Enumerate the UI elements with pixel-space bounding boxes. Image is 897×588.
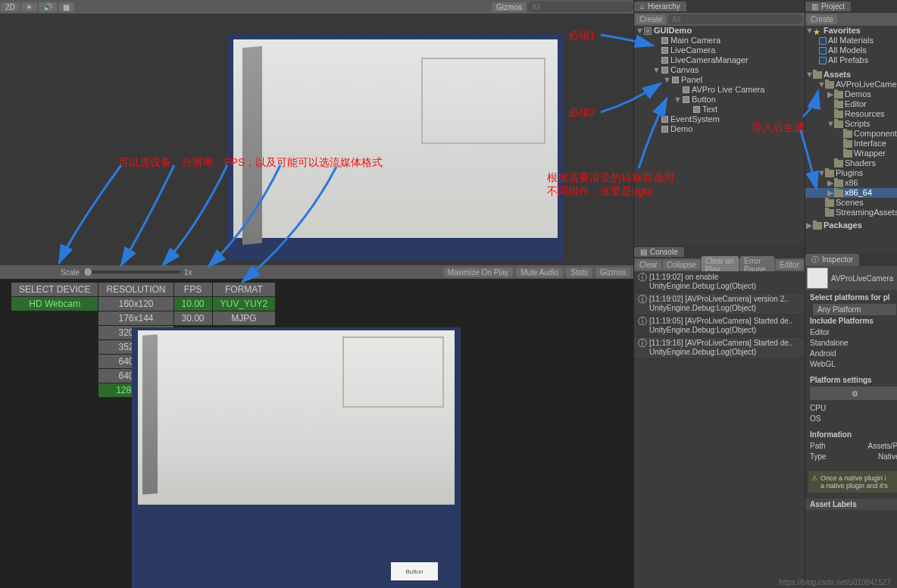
hierarchy-item[interactable]: ▼Canvas bbox=[634, 65, 805, 75]
project-create-button[interactable]: Create bbox=[807, 14, 837, 24]
project-item[interactable]: ▶Demos bbox=[805, 89, 897, 99]
hierarchy-item[interactable]: LiveCameraManager bbox=[634, 55, 805, 65]
project-item[interactable]: ▶x86_64 bbox=[805, 188, 897, 198]
hierarchy-tree[interactable]: ▼GUIDemoMain CameraLiveCameraLiveCameraM… bbox=[634, 26, 805, 246]
platform-row[interactable]: Editor bbox=[810, 327, 897, 338]
project-tree[interactable]: ▼★FavoritesAll MaterialsAll ModelsAll Pr… bbox=[805, 26, 897, 253]
scale-slider[interactable] bbox=[83, 271, 181, 274]
inspector-tab[interactable]: ⓘInspector bbox=[805, 254, 859, 266]
cfg-header: SELECT DEVICE bbox=[11, 283, 98, 296]
project-fav-item[interactable]: All Prefabs bbox=[805, 55, 897, 65]
any-platform-row[interactable]: Any Platform bbox=[813, 304, 896, 315]
hierarchy-item[interactable]: Text bbox=[634, 105, 805, 114]
scene-search-input[interactable] bbox=[527, 2, 633, 12]
console-log-row[interactable]: ⓘ[11:19:02] on enable UnityEngine.Debug:… bbox=[634, 271, 805, 293]
platform-settings-title: Platform settings bbox=[810, 376, 897, 384]
cfg-header: FPS bbox=[174, 283, 212, 296]
cfg-device-selected[interactable]: HD Webcam bbox=[11, 297, 98, 311]
light-icon[interactable]: ☀ bbox=[21, 2, 37, 12]
project-toolbar: Create bbox=[805, 13, 897, 26]
mute-button[interactable]: Mute Audio bbox=[516, 267, 563, 277]
game-gizmos-button[interactable]: Gizmos bbox=[595, 267, 630, 277]
game-view[interactable]: SELECT DEVICERESOLUTIONFPSFORMATHD Webca… bbox=[0, 279, 633, 588]
cfg-fps[interactable]: 30.00 bbox=[174, 311, 212, 325]
project-item[interactable]: Interface bbox=[805, 139, 897, 149]
game-canvas: Button bbox=[132, 327, 461, 588]
native-plugin-warning: ⚠ Once a native plugin i a native plugin… bbox=[808, 471, 897, 493]
console-log-row[interactable]: ⓘ[11:19:05] [AVProLiveCamera] Started de… bbox=[634, 315, 805, 337]
project-item[interactable]: StreamingAssets bbox=[805, 208, 897, 217]
fx-icon[interactable]: ▦ bbox=[58, 2, 74, 12]
console-log-list[interactable]: ⓘ[11:19:02] on enable UnityEngine.Debug:… bbox=[634, 271, 805, 588]
asset-labels-header[interactable]: Asset Labels bbox=[805, 499, 897, 510]
hierarchy-scene-row[interactable]: ▼GUIDemo bbox=[634, 26, 805, 36]
hierarchy-item[interactable]: EventSystem bbox=[634, 114, 805, 124]
hierarchy-item[interactable]: ▼Button bbox=[634, 95, 805, 105]
project-fav-item[interactable]: All Materials bbox=[805, 36, 897, 45]
project-item[interactable]: Editor bbox=[805, 99, 897, 109]
platform-row[interactable]: WebGL bbox=[810, 359, 897, 370]
scale-value: 1x bbox=[184, 268, 192, 277]
console-collapse-button[interactable]: Collapse bbox=[663, 260, 700, 270]
project-assets[interactable]: ▼Assets bbox=[805, 70, 897, 80]
console-tab[interactable]: ▤Console bbox=[634, 247, 684, 257]
platform-row[interactable]: Android bbox=[810, 349, 897, 359]
project-item[interactable]: Components bbox=[805, 129, 897, 139]
project-item[interactable]: Wrapper bbox=[805, 149, 897, 158]
cpu-label: CPU bbox=[810, 403, 826, 414]
scene-video-preview bbox=[233, 39, 558, 238]
path-value: Assets/Pl bbox=[868, 441, 897, 452]
stats-button[interactable]: Stats bbox=[566, 267, 592, 277]
type-value: Native bbox=[878, 452, 897, 462]
project-item[interactable]: Scenes bbox=[805, 198, 897, 208]
project-fav-item[interactable]: All Models bbox=[805, 45, 897, 55]
game-video-preview bbox=[138, 330, 455, 505]
info-icon: ⓘ bbox=[636, 295, 649, 304]
cfg-header: FORMAT bbox=[213, 283, 276, 296]
console-log-row[interactable]: ⓘ[11:19:02] [AVProLiveCamera] version 2.… bbox=[634, 293, 805, 315]
project-item[interactable]: ▶x86 bbox=[805, 178, 897, 188]
project-packages[interactable]: ▶Packages bbox=[805, 220, 897, 230]
hierarchy-item[interactable]: AVPro Live Camera bbox=[634, 85, 805, 95]
project-item[interactable]: ▼AVProLiveCamera bbox=[805, 80, 897, 89]
platform-settings-icon[interactable]: ⚙ bbox=[810, 386, 897, 400]
type-key: Type bbox=[810, 452, 827, 462]
scene-canvas bbox=[227, 33, 564, 261]
audio-icon[interactable]: 🔊 bbox=[39, 2, 57, 12]
cfg-resolution[interactable]: 160x120 bbox=[98, 297, 173, 311]
cfg-resolution[interactable]: 176x144 bbox=[98, 311, 173, 325]
maximize-button[interactable]: Maximize On Play bbox=[443, 267, 514, 277]
info-icon: ⓘ bbox=[636, 273, 649, 282]
os-label: OS bbox=[810, 414, 820, 424]
cfg-format[interactable]: YUV_YUY2 bbox=[213, 297, 276, 311]
gizmos-dropdown[interactable]: Gizmos bbox=[492, 2, 527, 12]
hierarchy-create-button[interactable]: Create bbox=[636, 14, 666, 24]
scene-view[interactable] bbox=[0, 14, 633, 265]
platform-row[interactable]: Standalone bbox=[810, 338, 897, 349]
hierarchy-item[interactable]: ▼Panel bbox=[634, 75, 805, 85]
hierarchy-item[interactable]: LiveCamera bbox=[634, 45, 805, 55]
project-item[interactable]: Resources bbox=[805, 109, 897, 119]
hierarchy-tab[interactable]: ⌂Hierarchy bbox=[634, 2, 686, 11]
inspector-panel: AVProLiveCamera Select platforms for pl … bbox=[805, 266, 897, 588]
hierarchy-item[interactable]: Main Camera bbox=[634, 36, 805, 45]
console-log-row[interactable]: ⓘ[11:19:16] [AVProLiveCamera] Started de… bbox=[634, 337, 805, 359]
console-clear-button[interactable]: Clear bbox=[636, 260, 661, 270]
project-favorites[interactable]: ▼★Favorites bbox=[805, 26, 897, 36]
cfg-fps[interactable]: 10.00 bbox=[174, 297, 212, 311]
project-item[interactable]: ▼Plugins bbox=[805, 168, 897, 178]
console-editor-button[interactable]: Editor bbox=[776, 260, 803, 270]
mode-2d-button[interactable]: 2D bbox=[1, 2, 20, 12]
hierarchy-item[interactable]: Demo bbox=[634, 124, 805, 134]
info-icon: ⓘ bbox=[636, 339, 649, 348]
hierarchy-toolbar: Create bbox=[634, 13, 805, 26]
ui-button[interactable]: Button bbox=[391, 562, 438, 580]
project-item[interactable]: Shaders bbox=[805, 158, 897, 168]
project-item[interactable]: ▼Scripts bbox=[805, 119, 897, 129]
inspector-header: AVProLiveCamera bbox=[805, 266, 897, 290]
project-tab[interactable]: ▥Project bbox=[805, 2, 851, 11]
project-tab-bar: ▥Project bbox=[805, 0, 897, 13]
cfg-format[interactable]: MJPG bbox=[213, 311, 276, 325]
hierarchy-search-input[interactable] bbox=[667, 14, 803, 24]
watermark: https://blog.csdn.net/u010941527 bbox=[779, 578, 891, 586]
